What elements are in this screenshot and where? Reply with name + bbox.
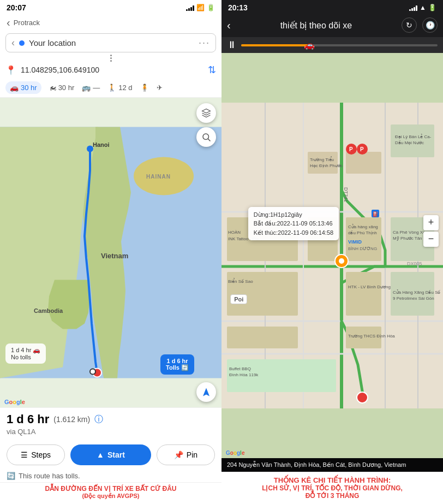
svg-point-4 xyxy=(90,369,95,375)
location-text: Your location xyxy=(29,38,194,48)
start-button[interactable]: ▲ Start xyxy=(70,444,151,465)
svg-text:9 Petrolimex Sài Gòn: 9 Petrolimex Sài Gòn xyxy=(393,296,434,301)
svg-text:Dầu Mọi Nước: Dầu Mọi Nước xyxy=(395,140,424,145)
destination-bar: 📍 11.048295,106.649100 ⇅ xyxy=(0,62,222,78)
svg-rect-22 xyxy=(346,152,381,174)
stop-duration: Dừng:1H1p12giây xyxy=(254,210,333,220)
moto-time: 30 hr xyxy=(58,84,75,92)
navigate-button[interactable] xyxy=(196,382,216,402)
svg-rect-21 xyxy=(308,152,338,174)
back-arrow-icon[interactable]: ‹ xyxy=(11,37,15,49)
car-icon: 🚗 xyxy=(10,84,19,92)
svg-text:Cửa hàng xăng: Cửa hàng xăng xyxy=(348,224,378,229)
right-header: ‹ thiết bị theo dõi xe ↻ 🕐 xyxy=(222,15,443,37)
more-options-icon[interactable]: ··· xyxy=(199,37,210,49)
right-signal-icon xyxy=(409,4,417,11)
poi-label: Poi xyxy=(230,294,247,304)
right-panel: 20:13 ▲ 🔋 ‹ thiết bị theo dõi xe ↻ xyxy=(222,0,443,504)
svg-point-40 xyxy=(357,392,368,403)
right-map: P P DT741 DX005 Trường Tiểu Học Định Phư… xyxy=(222,53,443,458)
svg-rect-28 xyxy=(227,272,298,316)
rotate-icon: ↻ xyxy=(406,21,412,29)
pause-button[interactable]: ⏸ xyxy=(227,39,237,51)
right-promo-title: THỐNG KÊ CHI TIẾT HÀNH TRÌNH: xyxy=(228,476,436,484)
svg-text:Đại Lý Bán Lẻ Ca-: Đại Lý Bán Lẻ Ca- xyxy=(395,134,432,139)
walk-mode-button[interactable]: 🚶 12 d xyxy=(107,84,132,92)
svg-text:HAINAN: HAINAN xyxy=(146,174,171,180)
svg-text:Học Định Phước: Học Định Phước xyxy=(310,163,343,168)
location-dot-icon xyxy=(19,40,25,46)
right-status-bar: 20:13 ▲ 🔋 xyxy=(222,0,443,15)
walk-time: 12 d xyxy=(118,84,132,92)
left-promo: DẪN ĐƯỜNG ĐẾN VỊ TRÍ XE BẤT CỨ ĐÂU (Độc … xyxy=(0,482,222,504)
plane-icon: ✈ xyxy=(157,84,163,92)
tolls-text: This route has tolls. xyxy=(19,472,80,480)
rotate-button[interactable]: ↻ xyxy=(402,17,417,33)
protrack-bar: ‹ Protrack xyxy=(0,15,222,31)
left-status-bar: 20:07 📶 🔋 xyxy=(0,0,222,15)
protrack-back-icon[interactable]: ‹ xyxy=(7,16,10,29)
map-search-button[interactable] xyxy=(196,127,216,147)
playback-bar: ⏸ 🚗 xyxy=(222,37,443,53)
svg-text:Trường THCS Định Hòa: Trường THCS Định Hòa xyxy=(348,334,395,339)
route-summary: 1 d 6 hr (1.612 km) ⓘ via QL1A xyxy=(0,407,222,441)
svg-text:⛽: ⛽ xyxy=(373,211,379,217)
clock-icon: 🕐 xyxy=(426,21,435,29)
stop-popup: Dừng:1H1p12giây Bắt đầu:2022-11-09 05:13… xyxy=(248,207,339,241)
left-panel: 20:07 📶 🔋 ‹ Protrack ‹ Your location xyxy=(0,0,222,504)
route-info-notolls: 1 d 4 hr 🚗 No tolls xyxy=(5,343,46,364)
svg-text:VIMID: VIMID xyxy=(348,239,362,245)
svg-text:Cửa Hàng Xăng Dầu Số: Cửa Hàng Xăng Dầu Số xyxy=(393,289,441,295)
start-label: Start xyxy=(107,450,125,459)
protrack-label: Protrack xyxy=(14,19,40,27)
svg-text:Buffet BBQ: Buffet BBQ xyxy=(229,366,251,371)
steps-label: Steps xyxy=(31,450,51,459)
destination-text: 11.048295,106.649100 xyxy=(21,66,203,74)
route-divider xyxy=(13,55,208,62)
route-info-icon[interactable]: ⓘ xyxy=(94,414,103,425)
svg-text:DX005: DX005 xyxy=(407,261,422,266)
route-time: 1 d 6 hr xyxy=(7,412,49,426)
bus-mode-button[interactable]: 🚌 — xyxy=(82,84,100,92)
right-back-button[interactable]: ‹ xyxy=(227,19,231,32)
right-google-logo: Google xyxy=(226,450,244,456)
right-wifi-icon: ▲ xyxy=(420,4,426,11)
destination-pin-icon: 📍 xyxy=(5,65,16,75)
history-button[interactable]: 🕐 xyxy=(422,17,438,33)
svg-text:DT741: DT741 xyxy=(343,187,349,202)
svg-text:Biển Số Sao: Biển Số Sao xyxy=(228,278,253,284)
svg-text:P: P xyxy=(360,146,364,152)
signal-bars-icon xyxy=(186,4,194,11)
transport-bar: 🚗 30 hr 🏍 30 hr 🚌 — 🚶 12 d 🧍 ✈ xyxy=(0,78,222,98)
search-bar[interactable]: ‹ Your location ··· xyxy=(5,33,216,52)
steps-icon: ☰ xyxy=(21,450,28,459)
pin-button[interactable]: 📌 Pin xyxy=(157,444,215,465)
left-promo-line2: (Độc quyền AVGPS) xyxy=(7,493,215,500)
zoom-in-button[interactable]: + xyxy=(423,215,439,230)
svg-text:Trường Tiểu: Trường Tiểu xyxy=(310,156,334,162)
moto-icon: 🏍 xyxy=(49,84,56,92)
svg-point-39 xyxy=(339,258,344,264)
route-info-tolls: 1 d 6 hr Tolls 🔄 xyxy=(160,354,194,375)
playback-track[interactable]: 🚗 xyxy=(241,44,438,46)
zoom-out-button[interactable]: − xyxy=(423,232,439,247)
moto-mode-button[interactable]: 🏍 30 hr xyxy=(49,84,75,92)
playback-progress xyxy=(241,44,310,46)
car-position-icon: 🚗 xyxy=(304,40,315,50)
tolls-info: 🔄 This route has tolls. xyxy=(0,470,222,482)
svg-text:Đình Hòa 119k: Đình Hòa 119k xyxy=(229,372,259,377)
route-distance: (1.612 km) xyxy=(53,415,90,424)
swap-icon[interactable]: ⇅ xyxy=(208,64,216,76)
steps-button[interactable]: ☰ Steps xyxy=(7,444,65,465)
svg-text:HOÀN: HOÀN xyxy=(228,230,241,235)
right-promo: THỐNG KÊ CHI TIẾT HÀNH TRÌNH: LỊCH SỬ, V… xyxy=(222,472,443,504)
hike-mode-button[interactable]: 🧍 xyxy=(140,84,149,92)
plane-mode-button[interactable]: ✈ xyxy=(157,84,163,92)
car-mode-button[interactable]: 🚗 30 hr xyxy=(5,81,41,94)
layers-button[interactable] xyxy=(196,103,216,123)
pin-icon: 📌 xyxy=(174,450,183,459)
bus-time: — xyxy=(93,84,100,92)
battery-icon: 🔋 xyxy=(207,4,215,11)
right-status-icons: ▲ 🔋 xyxy=(409,4,436,11)
address-bar: 204 Nguyễn Văn Thành, Định Hòa, Bến Cát,… xyxy=(222,458,443,472)
